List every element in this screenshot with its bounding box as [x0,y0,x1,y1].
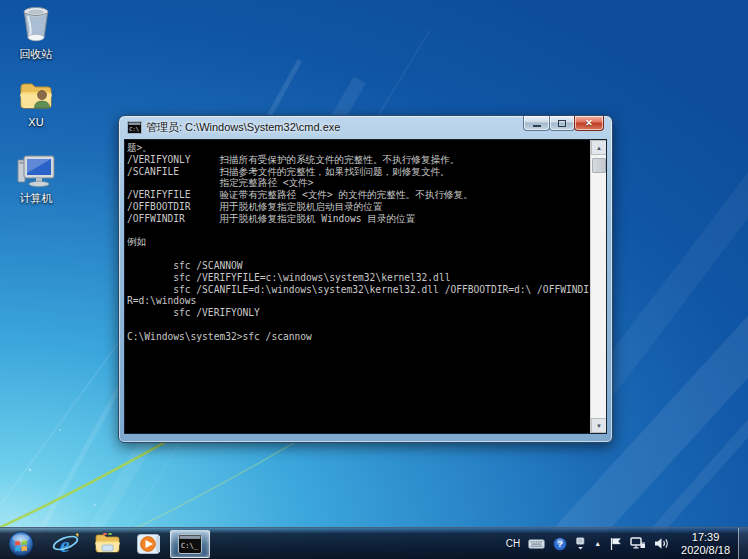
svg-text:?: ? [557,539,563,549]
desktop-icon-recycle-bin[interactable]: 回收站 [5,6,67,62]
taskbar-item-internet-explorer[interactable]: e [48,529,82,559]
console-line: /OFFWINDIR 用于脱机修复指定脱机 Windows 目录的位置 [127,213,589,225]
console-line [127,225,589,237]
svg-text:C:\: C:\ [129,126,139,132]
console-line: /VERIFYFILE 验证带有完整路径 <文件> 的文件的完整性。不执行修复。 [127,189,589,201]
minimize-button[interactable] [523,116,550,131]
cmd-console-icon: C:\_ [178,534,202,554]
help-icon[interactable]: ? [553,537,567,551]
cmd-window-titlebar[interactable]: C:\ 管理员: C:\Windows\System32\cmd.exe ✕ [124,116,607,139]
tray-clock[interactable]: 17:39 2020/8/18 [681,531,730,557]
taskbar-item-windows-explorer[interactable] [90,529,124,559]
cmd-window: C:\ 管理员: C:\Windows\System32\cmd.exe ✕ 题… [118,115,613,443]
keyboard-icon[interactable] [528,538,545,550]
console-text: 题>。/VERIFYONLY 扫描所有受保护的系统文件的完整性。不执行修复操作。… [127,142,589,433]
language-indicator[interactable]: CH [506,538,520,549]
cmd-title-icon: C:\ [127,121,142,134]
windows-start-orb-icon [8,531,34,557]
desktop-icon-xu-folder[interactable]: XU [5,80,67,130]
computer-icon [16,152,56,188]
console-line: /OFFBOOTDIR 用于脱机修复指定脱机启动目录的位置 [127,201,589,213]
desktop-icon-computer[interactable]: 计算机 [5,152,67,206]
desktop-icon-label: XU [28,116,43,128]
volume-icon[interactable] [654,537,669,550]
close-button[interactable]: ✕ [574,116,604,131]
svg-text:e: e [60,531,70,556]
taskbar-item-media-player[interactable] [132,529,166,559]
console-line: sfc /SCANFILE=d:\windows\system32\kernel… [127,284,589,296]
scrollbar-thumb[interactable] [592,158,606,173]
console-line: /VERIFYONLY 扫描所有受保护的系统文件的完整性。不执行修复操作。 [127,154,589,166]
scroll-up-button[interactable]: ▲ [591,140,607,155]
tray-time: 17:39 [681,531,730,544]
arrow-down-icon: ▼ [596,423,602,429]
console-line: C:\Windows\system32>sfc /scannow [127,331,589,343]
taskbar-item-cmd-active[interactable]: C:\_ [170,530,210,558]
desktop: 回收站 XU 计算机 C:\ [0,0,748,559]
show-hidden-icons-arrow[interactable]: ▲ [594,540,601,547]
internet-explorer-icon: e [52,531,79,557]
console-line: 指定完整路径 <文件> [127,177,589,189]
maximize-button[interactable] [549,116,575,131]
network-icon[interactable] [630,537,646,550]
console-line: sfc /VERIFYFILE=c:\windows\system32\kern… [127,272,589,284]
window-controls: ✕ [524,116,604,131]
console-line: sfc /VERIFYONLY [127,307,589,319]
start-button[interactable] [4,529,38,559]
arrow-up-icon: ▲ [596,145,602,151]
close-icon: ✕ [585,119,593,128]
cmd-window-title: 管理员: C:\Windows\System32\cmd.exe [146,120,340,135]
console-line: /SCANFILE 扫描参考文件的完整性，如果找到问题，则修复文件。 [127,166,589,178]
desktop-icon-label: 计算机 [20,191,53,206]
system-tray: CH ? [502,528,748,559]
tray-date: 2020/8/18 [681,544,730,557]
ime-options-icon[interactable] [575,537,586,550]
maximize-icon [558,120,566,127]
recycle-bin-icon [19,6,53,44]
user-folder-icon [18,80,54,112]
console-line: sfc /SCANNOW [127,260,589,272]
windows-media-player-icon [136,533,162,555]
desktop-icon-label: 回收站 [20,47,53,62]
svg-text:C:\_: C:\_ [181,541,199,549]
show-desktop-button[interactable] [738,528,748,559]
console-line [127,319,589,331]
console-line: 例如 [127,236,589,248]
scroll-down-button[interactable]: ▼ [591,418,607,433]
console-line: R=d:\windows [127,295,589,307]
console-line: 题>。 [127,142,589,154]
minimize-icon [533,125,541,127]
console-output[interactable]: 题>。/VERIFYONLY 扫描所有受保护的系统文件的完整性。不执行修复操作。… [124,139,607,434]
taskbar: e [0,527,748,559]
console-scrollbar[interactable]: ▲ ▼ [590,140,606,433]
action-center-flag-icon[interactable] [609,537,622,551]
console-line [127,248,589,260]
windows-explorer-icon [94,532,121,555]
